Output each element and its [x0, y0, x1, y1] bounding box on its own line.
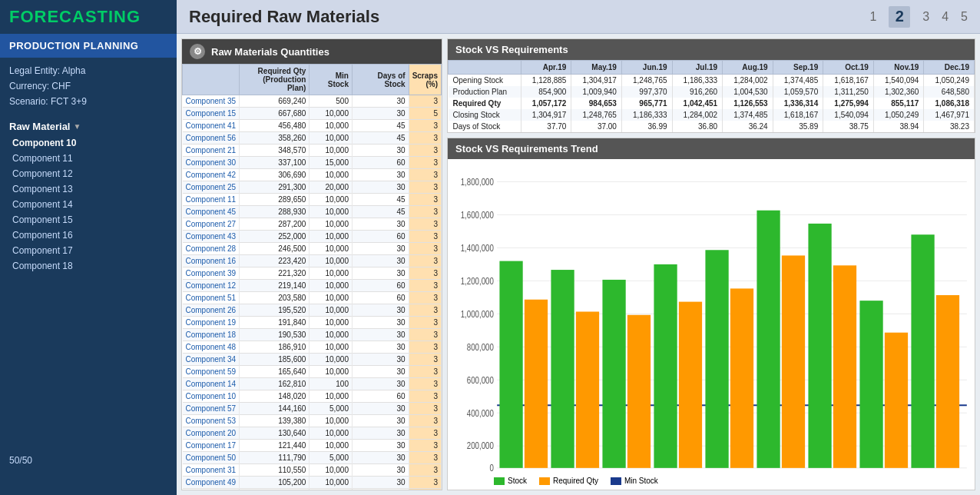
page-4[interactable]: 4 [942, 10, 949, 24]
row-scraps: 3 [409, 341, 441, 354]
table-row[interactable]: Component 34 185,600 10,000 30 3 [183, 354, 442, 366]
row-scraps: 3 [409, 145, 441, 157]
stock-row-value: 1,374,485 [773, 75, 823, 87]
stock-col-dec: Dec.19 [924, 61, 975, 75]
stock-row-value: 1,126,553 [723, 98, 773, 109]
table-row[interactable]: Component 53 139,380 10,000 30 3 [183, 415, 442, 427]
main-content: Required Raw Materials 1 2 3 4 5 ⚙ Raw M… [177, 0, 980, 495]
row-name: Component 49 [183, 477, 240, 489]
page-5[interactable]: 5 [961, 10, 968, 24]
table-row[interactable]: Component 59 165,640 10,000 30 3 [183, 366, 442, 378]
sidebar-item-component12[interactable]: Component 12 [6, 166, 177, 181]
stock-row-value: 1,275,994 [823, 98, 874, 109]
row-scraps: 3 [409, 157, 441, 169]
table-row[interactable]: Component 41 456,480 10,000 45 3 [183, 120, 442, 132]
sidebar-item-component13[interactable]: Component 13 [6, 181, 177, 197]
table-row[interactable]: Component 50 111,790 5,000 30 3 [183, 452, 442, 464]
table-row[interactable]: Component 16 223,420 10,000 30 3 [183, 255, 442, 267]
table-row[interactable]: Component 18 190,530 10,000 30 3 [183, 329, 442, 341]
row-qty: 289,650 [240, 194, 310, 206]
currency: Currency: CHF [9, 81, 167, 91]
sidebar-header: FORECASTING [0, 0, 177, 34]
sidebar-item-component11[interactable]: Component 11 [6, 151, 177, 166]
stock-row-value: 1,086,318 [924, 98, 975, 109]
table-row[interactable]: Component 27 287,200 10,000 30 3 [183, 218, 442, 231]
row-qty: 348,570 [240, 145, 310, 157]
table-row[interactable]: Component 30 337,100 15,000 60 3 [183, 157, 442, 169]
stock-row-value: 37.70 [521, 121, 571, 132]
stock-row-value: 1,059,570 [773, 86, 823, 98]
row-name: Component 16 [183, 255, 240, 267]
row-qty: 121,440 [240, 440, 310, 452]
table-row[interactable]: Component 14 162,810 100 30 3 [183, 378, 442, 390]
raw-materials-table: Required Qty(Production Plan) Min Stock … [182, 64, 442, 490]
sidebar-item-component14[interactable]: Component 14 [6, 197, 177, 212]
sidebar-item-component18[interactable]: Component 18 [6, 258, 177, 274]
row-min: 10,000 [310, 464, 353, 477]
svg-text:600,000: 600,000 [467, 374, 494, 385]
stock-row-value: 1,248,765 [571, 109, 622, 121]
row-scraps: 3 [409, 206, 441, 218]
table-row[interactable]: Component 51 203,580 10,000 60 3 [183, 292, 442, 304]
chart-area: 1,800,000 1,600,000 1,400,000 1,200,000 … [448, 159, 975, 473]
sidebar-item-component16[interactable]: Component 16 [6, 228, 177, 243]
page-2[interactable]: 2 [889, 6, 910, 28]
table-row[interactable]: Component 12 219,140 10,000 60 3 [183, 280, 442, 292]
stock-col-aug: Aug.19 [723, 61, 773, 75]
row-scraps: 5 [409, 108, 441, 120]
sidebar-item-component15[interactable]: Component 15 [6, 212, 177, 228]
stock-row-value: 1,248,765 [621, 75, 672, 87]
table-row[interactable]: Component 17 121,440 10,000 30 3 [183, 440, 442, 452]
stock-row-value: 1,004,530 [723, 86, 773, 98]
table-row[interactable]: Component 56 358,260 10,000 45 3 [183, 132, 442, 145]
table-row[interactable]: Component 43 252,000 10,000 60 3 [183, 231, 442, 243]
table-row[interactable]: Component 35 669,240 500 30 3 [183, 95, 442, 108]
row-scraps: 3 [409, 231, 441, 243]
stock-row-value: 37.00 [571, 121, 622, 132]
stock-bar-oct [808, 224, 831, 468]
table-row[interactable]: Component 49 105,200 10,000 30 3 [183, 477, 442, 489]
row-min: 10,000 [310, 108, 353, 120]
table-row[interactable]: Component 19 191,840 10,000 30 3 [183, 317, 442, 329]
table-row[interactable]: Component 21 348,570 10,000 30 3 [183, 145, 442, 157]
page-1[interactable]: 1 [869, 10, 876, 24]
sidebar-item-component17[interactable]: Component 17 [6, 243, 177, 258]
table-row[interactable]: Component 11 289,650 10,000 45 3 [183, 194, 442, 206]
table-row[interactable]: Component 42 306,690 10,000 30 3 [183, 169, 442, 181]
table-row[interactable]: Component 28 246,500 10,000 30 3 [183, 243, 442, 255]
table-row[interactable]: Component 40 104,500 5,000 30 3 [183, 489, 442, 490]
sidebar-item-component10[interactable]: Component 10 [6, 135, 177, 151]
row-scraps: 3 [409, 415, 441, 427]
legend-min-color [611, 477, 621, 485]
row-min: 500 [310, 95, 353, 108]
row-min: 10,000 [310, 243, 353, 255]
table-row[interactable]: Component 39 221,320 10,000 30 3 [183, 267, 442, 280]
row-days: 30 [352, 477, 409, 489]
row-days: 45 [352, 132, 409, 145]
sidebar-list[interactable]: Component 10 Component 11 Component 12 C… [0, 135, 177, 449]
table-row[interactable]: Component 57 144,160 5,000 30 3 [183, 403, 442, 415]
page-3[interactable]: 3 [922, 10, 929, 24]
row-min: 10,000 [310, 145, 353, 157]
gear-icon: ⚙ [190, 44, 205, 59]
row-min: 10,000 [310, 341, 353, 354]
stock-row-value: 35.89 [773, 121, 823, 132]
table-row[interactable]: Component 26 195,520 10,000 30 3 [183, 304, 442, 317]
table-row[interactable]: Component 48 186,910 10,000 30 3 [183, 341, 442, 354]
row-days: 30 [352, 95, 409, 108]
row-days: 30 [352, 329, 409, 341]
table-row[interactable]: Component 25 291,300 20,000 30 3 [183, 181, 442, 194]
table-row[interactable]: Component 31 110,550 10,000 30 3 [183, 464, 442, 477]
table-row[interactable]: Component 10 148,020 10,000 60 3 [183, 390, 442, 403]
table-row[interactable]: Component 15 667,680 10,000 30 5 [183, 108, 442, 120]
stock-row-value: 1,304,917 [571, 75, 622, 87]
col-required-qty: Required Qty(Production Plan) [240, 65, 310, 95]
table-row[interactable]: Component 45 288,930 10,000 45 3 [183, 206, 442, 218]
stock-bar-sep [757, 211, 780, 468]
stock-row-value: 1,618,167 [773, 109, 823, 121]
table-container[interactable]: Required Qty(Production Plan) Min Stock … [182, 64, 442, 490]
row-scraps: 3 [409, 329, 441, 341]
table-row[interactable]: Component 20 130,640 10,000 30 3 [183, 427, 442, 440]
row-qty: 221,320 [240, 267, 310, 280]
stock-row-value: 916,260 [672, 86, 723, 98]
